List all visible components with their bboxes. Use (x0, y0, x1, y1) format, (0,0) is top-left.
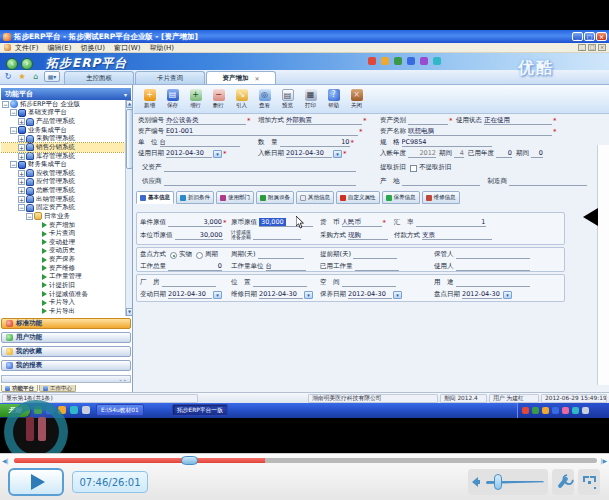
tree-expander-icon[interactable] (10, 161, 17, 168)
currency-input[interactable]: 人民币 (342, 218, 382, 227)
mdi-close-icon[interactable] (598, 44, 606, 51)
tree-item[interactable]: 业务集成平台 (1, 126, 125, 135)
used-year-input[interactable]: 0 (496, 149, 512, 158)
toolbar-button[interactable]: 查看 (253, 86, 276, 112)
change-date-input[interactable]: 2012-04-30 (168, 290, 212, 299)
banner-shortcut-icons[interactable] (368, 57, 441, 65)
tree-expander-icon[interactable] (2, 101, 9, 108)
volume-slider[interactable] (486, 474, 544, 490)
home-icon[interactable]: ⌂ (31, 72, 41, 82)
plant-input[interactable] (162, 278, 216, 287)
asset-category-input[interactable] (408, 116, 448, 125)
supplier-input[interactable] (164, 177, 356, 186)
calendar-dropdown-icon[interactable] (213, 150, 222, 158)
tree-item[interactable]: 拓步ERP平台 企业版 (1, 100, 125, 109)
tree-item[interactable]: 计提减值准备 (1, 290, 125, 299)
calendar-dropdown-icon[interactable] (304, 291, 313, 299)
tree-item[interactable]: 总帐管理系统 (1, 186, 125, 195)
position-input[interactable] (253, 278, 307, 287)
tree-expander-icon[interactable] (10, 109, 17, 116)
menu-item[interactable]: 编辑(E) (48, 43, 72, 53)
keeper-input[interactable] (456, 250, 530, 259)
close-button[interactable] (596, 32, 607, 41)
lead-days-input[interactable] (353, 250, 397, 259)
shortcut-icon[interactable] (407, 57, 415, 65)
tree-item[interactable]: 计提折旧 (1, 281, 125, 290)
tray-icon[interactable] (532, 407, 539, 414)
maximize-button[interactable] (584, 32, 595, 41)
unit-input[interactable]: 台 (160, 138, 240, 147)
toolbar-button[interactable]: 帮助 (322, 86, 345, 112)
toolbar-button[interactable]: 引入 (230, 86, 253, 112)
tree-item[interactable]: 工作量管理 (1, 273, 125, 282)
tree-expander-icon[interactable] (18, 153, 25, 160)
tree-item[interactable]: 产品管理系统 (1, 117, 125, 126)
quick-launch-icon[interactable] (70, 406, 78, 414)
detail-tab[interactable]: 其他信息 (296, 191, 334, 204)
tree-item[interactable]: 变动处理 (1, 238, 125, 247)
tray-icon[interactable] (562, 407, 569, 414)
tree-expander-icon[interactable] (18, 178, 25, 185)
tree-item[interactable]: 采购管理系统 (1, 135, 125, 144)
tree-item[interactable]: 卡片导出 (1, 307, 125, 316)
detail-tab[interactable]: 保养信息 (382, 191, 420, 204)
refresh-icon[interactable]: ↻ (3, 72, 13, 82)
tree-item[interactable]: 应付管理系统 (1, 178, 125, 187)
tree-item[interactable]: 资产维修 (1, 264, 125, 273)
shortcut-icon[interactable] (433, 57, 441, 65)
tree-expander-icon[interactable] (18, 187, 25, 194)
tree-item[interactable]: 变动历史 (1, 247, 125, 256)
document-tab[interactable]: 资产增加 ✕ (206, 71, 276, 84)
parent-asset-input[interactable] (164, 163, 356, 172)
radio-physical[interactable] (170, 252, 177, 259)
radio-cycle[interactable] (196, 252, 203, 259)
menu-item[interactable]: 切换(U) (80, 43, 105, 53)
pin-icon[interactable]: ▾ (124, 91, 127, 98)
calendar-dropdown-icon[interactable] (393, 291, 402, 299)
work-used-input[interactable] (355, 262, 399, 271)
shortcut-icon[interactable] (394, 57, 402, 65)
group-button[interactable]: 我的收藏 (1, 346, 131, 357)
impairment-balance-input[interactable] (253, 231, 301, 240)
menu-item[interactable]: 文件(F) (15, 43, 39, 53)
toolbar-button[interactable]: 新增 (138, 86, 161, 112)
panel-overflow-chevrons[interactable]: ⌄⌄ (1, 375, 131, 383)
repair-date-input[interactable]: 2012-04-30 (259, 290, 303, 299)
spec-input[interactable]: PC9854 (402, 138, 492, 147)
fullscreen-button[interactable] (578, 469, 600, 495)
add-mode-input[interactable]: 外部购置 (286, 116, 362, 125)
minimize-button[interactable] (572, 32, 583, 41)
tree-expander-icon[interactable] (26, 213, 33, 220)
detail-tab[interactable]: 自定义属性 (336, 191, 380, 204)
tree-item[interactable]: 日常业务 (1, 212, 125, 221)
mdi-minimize-icon[interactable] (578, 44, 586, 51)
shortcut-icon[interactable] (381, 57, 389, 65)
used-period-input[interactable]: 0 (531, 149, 543, 158)
volume-handle[interactable] (494, 474, 502, 490)
maker-input[interactable] (509, 177, 587, 186)
taskbar-window-button[interactable]: 拓步ERP平台一版 (172, 404, 228, 416)
tray-icon[interactable] (542, 407, 549, 414)
volume-icon[interactable] (472, 476, 483, 488)
tray-icon[interactable] (552, 407, 559, 414)
group-button[interactable]: 标准功能 (1, 318, 131, 329)
asset-no-input[interactable]: E01-001 (166, 127, 358, 136)
tree-expander-icon[interactable] (18, 144, 25, 151)
tree-expander-icon[interactable] (18, 135, 25, 142)
maintain-date-input[interactable]: 2012-04-30 (348, 290, 392, 299)
progress-track[interactable] (14, 458, 597, 463)
purchase-mode-input[interactable]: 现购 (348, 231, 388, 240)
detail-tab[interactable]: 维修信息 (422, 191, 460, 204)
calendar-dropdown-icon[interactable] (333, 150, 342, 158)
work-unit-input[interactable]: 台 (266, 262, 306, 271)
skip-forward-icon[interactable]: |▶ (600, 457, 607, 464)
no-depreciation-checkbox[interactable] (410, 165, 417, 172)
back-button[interactable] (6, 58, 18, 70)
use-status-input[interactable]: 正在使用 (484, 116, 552, 125)
tree-expander-icon[interactable] (18, 170, 25, 177)
tree-expander-icon[interactable] (18, 196, 25, 203)
toolbar-button[interactable]: 保存 (161, 86, 184, 112)
tree-item[interactable]: 库存管理系统 (1, 152, 125, 161)
tree-item[interactable]: 销售分销系统 (1, 143, 125, 152)
scroll-down-icon[interactable]: ▼ (126, 308, 133, 316)
